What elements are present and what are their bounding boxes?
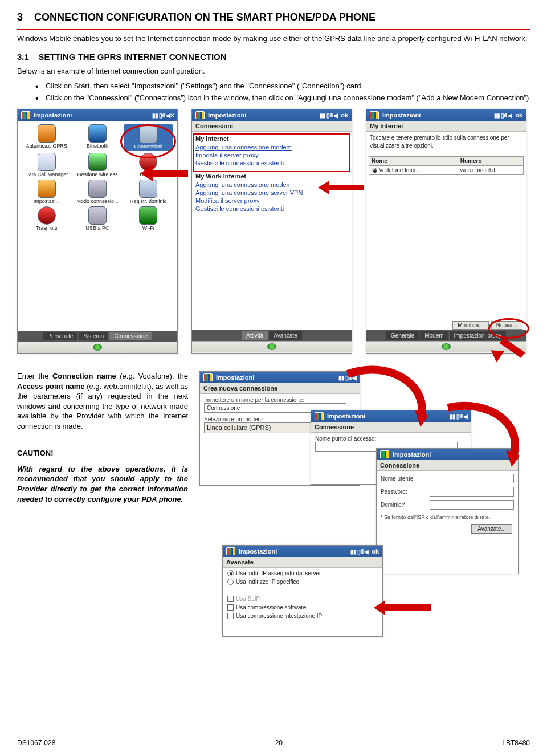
- page-footer: DS1067-028 20 LBT8480: [17, 739, 530, 747]
- ok-button[interactable]: ok: [341, 112, 348, 119]
- phone-connections-links: Impostazioni ▮▮ ▯ıll ◀ ok Connessioni My…: [191, 109, 352, 354]
- chk-compress-ip[interactable]: Usa compressione intestazione IP: [225, 612, 380, 620]
- section-title-text: CONNECTION CONFIGURATION ON THE SMART PH…: [34, 11, 375, 23]
- red-arrow-curve-1: [342, 365, 433, 430]
- label-user: Nome utente:: [381, 475, 426, 482]
- btn-modifica[interactable]: Modifica...: [452, 321, 489, 330]
- link-w4[interactable]: Gestisci le connessioni esistenti: [194, 205, 349, 213]
- caution-heading: CAUTION!: [17, 448, 188, 458]
- cell-registr[interactable]: Registr. dominio: [124, 180, 173, 204]
- start-flag-icon: [21, 111, 30, 119]
- settings-icons-grid: Autenticaz. GPRS Bluetooth Connessioni D…: [20, 122, 175, 234]
- tab-avanzate[interactable]: Avanzate: [269, 331, 302, 340]
- red-arrow-curve-2: [444, 402, 530, 466]
- bullet-2: Click on the "Connessioni" ("Connections…: [35, 94, 530, 102]
- section-num: 3: [17, 11, 23, 23]
- screen-sub: Crea nuova connessione: [200, 383, 360, 394]
- wm-bar: [366, 341, 526, 352]
- window-title: Impostazioni: [382, 112, 421, 119]
- window-title: Impostazioni: [34, 112, 72, 119]
- window-title: Impostazioni: [239, 548, 277, 555]
- chk-compress-sw[interactable]: Usa compressione software: [225, 603, 380, 612]
- btn-nuova[interactable]: Nuova...: [491, 321, 522, 330]
- link-add-modem[interactable]: Aggiungi una connessione modem: [194, 143, 349, 151]
- cell-num: web.omnitel.it: [458, 166, 523, 175]
- label-conn-name: Immettere un nome per la connessione:: [204, 397, 356, 403]
- sub-intro-para: Below is an example of Internet connecti…: [17, 66, 530, 76]
- link-proxy[interactable]: Imposta il server proxy: [194, 151, 349, 159]
- titlebar: Impostazioni ▮▮ ▯ıll ◀ ok: [223, 546, 382, 557]
- start-flag-icon: [370, 111, 379, 119]
- cell-impostazi[interactable]: Impostazi...: [22, 180, 71, 204]
- lower-section: Enter the Connection name (e.g. Vodafone…: [17, 371, 530, 639]
- bottom-tabs: Generale Modem Impostazioni proxy: [366, 330, 526, 341]
- cell-usb[interactable]: USB a PC: [73, 206, 121, 231]
- start-flag-icon: [203, 373, 213, 381]
- screenshot-row-top: Impostazioni ▮▮ ▯ıll ◀✕ Autenticaz. GPRS…: [17, 109, 530, 354]
- subsection-heading: 3.1 SETTING THE GPRS INTERNET CONNECTION: [17, 52, 530, 62]
- tab-generale[interactable]: Generale: [386, 331, 419, 340]
- cell-trasmetti[interactable]: Trasmetti: [22, 206, 71, 231]
- cell-wireless[interactable]: Gestione wireless: [73, 153, 121, 177]
- chk-slip[interactable]: Usa SLIP: [225, 595, 380, 603]
- cell-auth-gprs[interactable]: Autenticaz. GPRS: [22, 124, 71, 150]
- phone-advanced: Impostazioni ▮▮ ▯ıll ◀ ok Avanzate Usa i…: [222, 545, 383, 637]
- ok-button[interactable]: ok: [372, 548, 379, 555]
- cell-datacall[interactable]: Data Call Manager: [22, 153, 71, 177]
- subsection-num: 3.1: [17, 52, 29, 62]
- link-w1[interactable]: Aggiungi una connessione modem: [194, 181, 349, 189]
- titlebar: Impostazioni ▮▮ ▯ıll ◀ ok: [192, 109, 352, 121]
- cell-wifi[interactable]: Wi-Fi: [124, 206, 173, 231]
- start-flag-icon: [315, 412, 324, 420]
- link-w2[interactable]: Aggiungi una connessione server VPN: [194, 189, 349, 197]
- input-user[interactable]: [430, 474, 514, 483]
- tab-modem[interactable]: Modem: [420, 331, 448, 340]
- window-title: Impostazioni: [208, 112, 246, 119]
- cell-hsdpa[interactable]: HSDPA: [124, 153, 173, 177]
- tab-personale[interactable]: Personale: [43, 332, 77, 340]
- signal-icon: ▮▮ ▯ıll ◀✕: [152, 112, 174, 119]
- screen-sub: My Internet: [366, 121, 526, 132]
- cell-name: Vodafone Inter...: [379, 167, 421, 173]
- window-title: Impostazioni: [216, 374, 254, 381]
- link-w3[interactable]: Modifica il server proxy: [194, 197, 349, 205]
- cell-connessioni[interactable]: Connessioni: [124, 124, 173, 150]
- titlebar: Impostazioni ▮▮ ▯ıll ◀ ok: [366, 109, 526, 121]
- select-value: Linea cellulare (GPRS): [207, 424, 271, 432]
- radio-server-ip[interactable]: Usa indir. IP assegnato dal server: [225, 569, 380, 578]
- table-row[interactable]: Vodafone Inter... web.omnitel.it: [369, 166, 524, 175]
- wm-bar: [192, 341, 352, 352]
- bottom-tabs: Personale Sistema Connessione: [18, 331, 177, 342]
- screen-sub: Avanzate: [223, 557, 382, 568]
- tab-sistema[interactable]: Sistema: [79, 332, 108, 340]
- hint-text: Toccare e tenere premuto lo stilo sulla …: [369, 133, 524, 151]
- radio-specific-ip[interactable]: Usa indirizzo IP specifico: [225, 578, 380, 586]
- titlebar: Impostazioni ▮▮ ▯ıll ◀✕: [18, 109, 177, 121]
- link-manage[interactable]: Gestisci le connessioni esistenti: [194, 159, 349, 167]
- btn-avanzate[interactable]: Avanzate...: [471, 524, 512, 534]
- section-divider: [17, 29, 530, 30]
- input-pass[interactable]: [430, 487, 514, 497]
- cell-bluetooth[interactable]: Bluetooth: [73, 124, 121, 150]
- hdr-mywork: My Work Internet: [194, 170, 349, 181]
- ok-button[interactable]: ok: [515, 112, 522, 119]
- wm-bar: [18, 342, 177, 353]
- tab-proxy[interactable]: Impostazioni proxy: [450, 331, 506, 340]
- phone-credentials: Impostazioni ▮▮ Connessione Nome utente:…: [376, 448, 519, 574]
- input-ip[interactable]: . . .: [236, 587, 305, 594]
- tab-attivita[interactable]: Attività: [242, 331, 268, 340]
- red-arrow-left-to-advanced: [375, 600, 432, 615]
- stacked-screens: Impostazioni ▮▮ ▯ıll ◀ Crea nuova connes…: [199, 371, 519, 639]
- footer-right: LBT8480: [502, 739, 530, 747]
- cell-modo[interactable]: Modo connessio...: [73, 180, 121, 204]
- tab-connessione[interactable]: Connessione: [109, 332, 152, 340]
- footer-left: DS1067-028: [17, 739, 55, 747]
- button-row: Modifica... Nuova...: [452, 321, 522, 330]
- signal-icon: ▮▮ ▯ıll ◀: [350, 548, 368, 555]
- signal-icon: ▮▮ ▯ıll ◀: [494, 112, 512, 119]
- subsection-title-text: SETTING THE GPRS INTERNET CONNECTION: [39, 52, 227, 62]
- input-dom[interactable]: [430, 500, 514, 510]
- titlebar: Impostazioni ▮▮ ▯ıll ◀: [200, 372, 360, 383]
- note-isp: * Se fornito dall'ISP o dall'amministrat…: [381, 514, 490, 520]
- th-num: Numero: [458, 157, 523, 166]
